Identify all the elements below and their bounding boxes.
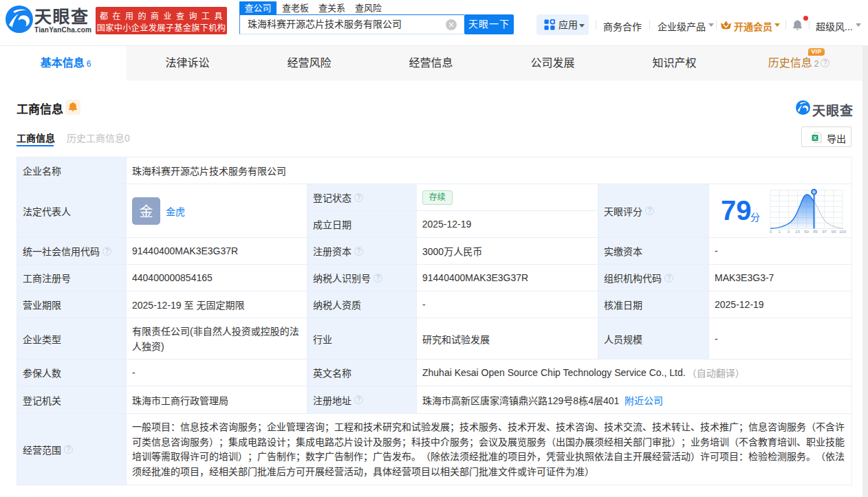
svg-text:50: 50: [804, 230, 809, 233]
svg-text:0: 0: [770, 230, 772, 233]
svg-text:1: 1: [778, 230, 781, 233]
svg-text:15: 15: [795, 230, 800, 233]
svg-text:99: 99: [832, 230, 836, 233]
svg-text:3: 3: [788, 230, 790, 233]
svg-text:97: 97: [822, 230, 827, 233]
svg-text:85: 85: [813, 230, 818, 233]
svg-text:100: 100: [839, 230, 847, 233]
